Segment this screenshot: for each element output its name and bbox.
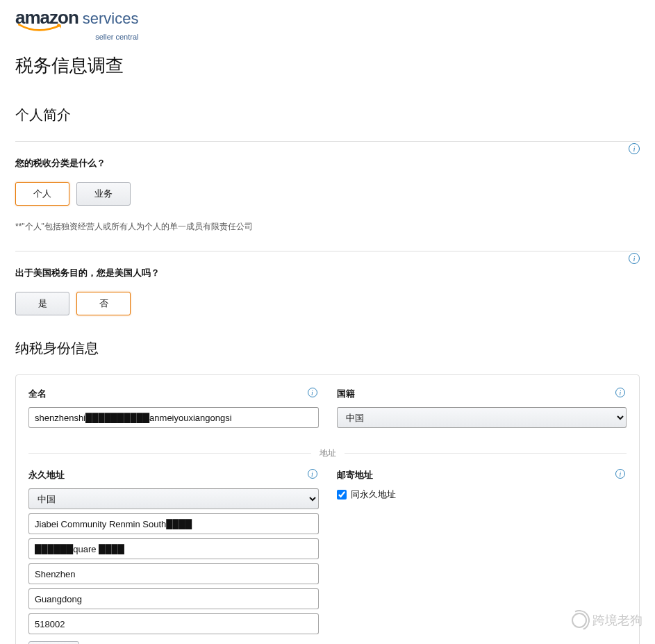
logo: amazon services seller central	[15, 8, 640, 41]
info-icon[interactable]: i	[308, 388, 317, 397]
page-title: 税务信息调查	[15, 53, 640, 78]
same-as-permanent-label: 同永久地址	[351, 488, 396, 501]
option-no-button[interactable]: 否	[76, 292, 131, 315]
tax-id-heading: 纳税身份信息	[15, 339, 640, 358]
address-divider-label: 地址	[311, 448, 345, 458]
address-province-input[interactable]	[28, 588, 319, 609]
individual-hint: **"个人"包括独资经营人或所有人为个人的单一成员有限责任公司	[15, 221, 640, 233]
nationality-label: 国籍	[337, 388, 627, 400]
address-divider: 地址	[28, 446, 627, 459]
info-icon[interactable]: i	[629, 143, 640, 154]
option-individual-button[interactable]: 个人	[15, 182, 69, 206]
address-city-input[interactable]	[28, 563, 319, 584]
done-button[interactable]: 已完成	[28, 641, 79, 644]
tax-classification-section: i 您的税收分类是什么？ 个人 业务 **"个人"包括独资经营人或所有人为个人的…	[15, 141, 640, 251]
info-icon[interactable]: i	[308, 469, 317, 479]
profile-heading: 个人简介	[15, 106, 640, 124]
logo-subline: seller central	[95, 33, 138, 41]
wechat-icon	[572, 613, 587, 628]
amazon-smile-icon	[18, 22, 67, 35]
info-icon[interactable]: i	[615, 469, 625, 479]
nationality-select[interactable]: 中国	[337, 407, 627, 428]
address-line2-input[interactable]	[28, 538, 319, 559]
logo-services: services	[83, 11, 139, 26]
option-yes-button[interactable]: 是	[15, 292, 69, 315]
us-person-section: i 出于美国税务目的，您是美国人吗？ 是 否	[15, 251, 640, 333]
same-as-permanent-checkbox[interactable]	[337, 490, 347, 499]
us-person-label: 出于美国税务目的，您是美国人吗？	[15, 267, 640, 279]
full-name-input[interactable]	[28, 407, 319, 428]
info-icon[interactable]: i	[629, 253, 640, 264]
watermark-text: 跨境老狗	[592, 612, 642, 629]
address-line1-input[interactable]	[28, 513, 319, 534]
address-country-select[interactable]: 中国	[28, 488, 319, 509]
option-business-button[interactable]: 业务	[76, 182, 131, 206]
address-postal-input[interactable]	[28, 613, 319, 634]
mailing-address-label: 邮寄地址	[337, 469, 627, 481]
tax-classification-label: 您的税收分类是什么？	[15, 157, 640, 170]
full-name-label: 全名	[28, 388, 319, 400]
watermark: 跨境老狗	[572, 612, 642, 629]
permanent-address-label: 永久地址	[28, 469, 319, 481]
tax-id-form: i 全名 i 国籍 中国 地址 i 永久地址 中国	[15, 374, 640, 644]
info-icon[interactable]: i	[615, 388, 625, 397]
